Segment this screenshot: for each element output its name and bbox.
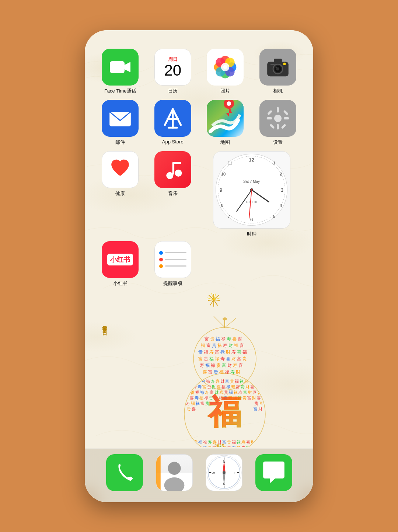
- svg-text:富: 富: [247, 396, 251, 400]
- reminder-line-1: [165, 252, 186, 253]
- app-appstore[interactable]: App Store: [149, 100, 198, 146]
- calendar-day-num: 20: [164, 63, 181, 78]
- svg-text:福: 福: [188, 385, 192, 389]
- app-music[interactable]: 音乐: [149, 151, 198, 237]
- svg-text:N: N: [223, 459, 225, 463]
- svg-text:福: 福: [205, 363, 210, 368]
- svg-text:喜: 喜: [227, 445, 231, 447]
- svg-rect-19: [270, 64, 275, 65]
- svg-text:贵: 贵: [214, 369, 218, 375]
- facetime-label: Face Time通话: [104, 88, 136, 94]
- camera-icon: [259, 49, 296, 86]
- svg-line-22: [173, 109, 181, 125]
- clock-num-10: 10: [221, 172, 226, 176]
- app-camera[interactable]: 相机: [254, 49, 303, 94]
- svg-text:富: 富: [200, 401, 205, 406]
- clock-widget-container[interactable]: 12 6 3 9 1 11 2 10 4 8 5 7 Sat 7 May: [201, 151, 302, 237]
- svg-rect-42: [172, 162, 181, 164]
- clock-num-2: 2: [280, 172, 282, 176]
- svg-text:喜: 喜: [246, 440, 250, 444]
- clock-num-3: 3: [281, 187, 283, 192]
- reminders-icon: [154, 241, 191, 278]
- settings-label: 设置: [273, 139, 283, 146]
- maps-label: 地图: [220, 139, 230, 146]
- health-label: 健康: [115, 190, 125, 197]
- svg-text:福: 福: [242, 350, 247, 355]
- reminder-item-2: [159, 258, 186, 261]
- xiaohongshu-text: 小红书: [107, 254, 133, 265]
- app-health[interactable]: 健康: [96, 151, 145, 237]
- svg-text:禄: 禄: [203, 445, 207, 447]
- app-maps[interactable]: 地图: [201, 100, 250, 146]
- maps-icon: [207, 100, 244, 137]
- svg-text:财: 财: [245, 385, 249, 389]
- svg-text:贵: 贵: [230, 379, 234, 383]
- svg-text:贵: 贵: [212, 343, 216, 348]
- svg-text:禄: 禄: [240, 379, 244, 383]
- svg-text:喜: 喜: [226, 356, 230, 361]
- svg-text:禄: 禄: [200, 390, 204, 394]
- dock-safari[interactable]: N S W E: [206, 454, 242, 491]
- svg-text:福: 福: [255, 385, 259, 389]
- svg-text:E: E: [234, 470, 236, 474]
- gourd-decoration: 富贵福禄寿喜财 福富贵禄寿财福喜 贵福寿富禄财寿喜福 富贵福禄寿喜财富贵 寿福禄…: [173, 314, 276, 447]
- svg-text:财: 财: [238, 336, 242, 341]
- svg-text:财: 财: [228, 343, 233, 348]
- svg-text:贵: 贵: [241, 385, 245, 389]
- dock-phone[interactable]: [106, 454, 143, 491]
- svg-text:贵: 贵: [227, 440, 231, 444]
- dock-messages[interactable]: [255, 454, 292, 491]
- phone-icon: [106, 454, 143, 491]
- reminder-dot-1: [159, 251, 163, 255]
- clock-center-dot-red: [251, 189, 252, 191]
- svg-point-40: [175, 170, 182, 177]
- svg-text:财: 财: [231, 356, 236, 361]
- svg-text:寿: 寿: [220, 356, 225, 361]
- svg-text:禄: 禄: [211, 363, 215, 368]
- svg-text:财: 财: [258, 407, 262, 411]
- svg-text:财: 财: [212, 385, 216, 389]
- svg-text:寿: 寿: [233, 363, 237, 368]
- app-xiaohongshu[interactable]: 小红书 小红书: [96, 241, 145, 287]
- svg-text:富: 富: [192, 379, 196, 383]
- facetime-icon: [102, 49, 139, 86]
- reminder-dot-2: [159, 258, 163, 261]
- app-photos[interactable]: 照片: [201, 49, 250, 94]
- svg-rect-12: [274, 58, 282, 63]
- svg-text:喜: 喜: [259, 401, 263, 406]
- svg-text:S: S: [223, 481, 225, 486]
- svg-text:贵: 贵: [198, 350, 203, 355]
- svg-text:福: 福: [219, 369, 224, 375]
- svg-text:福: 福: [204, 350, 208, 355]
- safari-icon: N S W E: [206, 454, 242, 491]
- svg-text:贵: 贵: [241, 445, 245, 447]
- home-content: Face Time通话 周日 20 日历: [85, 30, 313, 451]
- svg-text:喜: 喜: [232, 336, 237, 341]
- clock-num-12: 12: [249, 157, 254, 163]
- svg-text:福: 福: [232, 440, 236, 444]
- svg-text:寿: 寿: [241, 440, 245, 444]
- svg-text:贵: 贵: [208, 445, 212, 447]
- music-icon: [154, 151, 191, 188]
- app-settings[interactable]: 设置: [254, 100, 303, 146]
- svg-text:贵: 贵: [191, 390, 195, 394]
- svg-text:福: 福: [209, 356, 214, 361]
- app-facetime[interactable]: Face Time通话: [96, 49, 145, 94]
- svg-text:喜: 喜: [257, 396, 261, 400]
- svg-line-49: [210, 300, 214, 305]
- svg-line-21: [165, 109, 173, 125]
- svg-rect-38: [281, 124, 286, 129]
- svg-text:财: 财: [227, 363, 232, 368]
- clock-label: 时钟: [247, 231, 256, 237]
- svg-text:富: 富: [222, 363, 226, 368]
- svg-rect-36: [283, 110, 288, 115]
- calendar-icon: 周日 20: [154, 49, 191, 86]
- app-mail[interactable]: 邮件: [96, 100, 145, 146]
- mail-icon: [102, 100, 139, 137]
- svg-text:福: 福: [216, 336, 220, 341]
- dock-contacts[interactable]: [156, 454, 193, 491]
- clock-num-1: 1: [273, 161, 275, 165]
- svg-text:贵: 贵: [205, 401, 209, 406]
- app-calendar[interactable]: 周日 20 日历: [149, 49, 198, 94]
- app-reminders[interactable]: 提醒事项: [149, 241, 198, 287]
